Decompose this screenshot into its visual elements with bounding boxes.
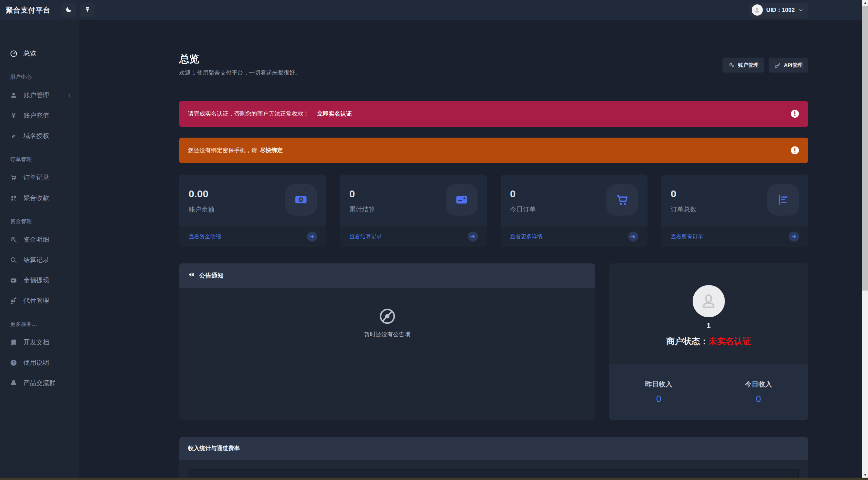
income-stats-title: 收入统计与通道费率 — [188, 444, 240, 452]
sidebar-item-account-manage[interactable]: 账户管理 — [9, 88, 72, 103]
sidebar-item-label: 聚合收款 — [23, 194, 49, 202]
today-income: 今日收入 0 — [709, 364, 808, 420]
sidebar-item-label: 总览 — [23, 49, 36, 58]
topbar-icon-group — [61, 3, 95, 17]
user-menu[interactable]: UID：1002 — [749, 3, 808, 18]
page-head: 总览 欢迎 1 使用聚合支付平台，一切看起来都很好。 账户管理 — [179, 53, 808, 77]
theme-toggle-button[interactable] — [61, 3, 76, 17]
sidebar-item-usage-help[interactable]: ? 使用说明 — [9, 355, 72, 370]
sidebar-item-label: 产品交流群 — [23, 379, 56, 387]
svg-text:1: 1 — [300, 198, 302, 202]
page-title: 总览 — [179, 53, 808, 65]
sidebar-item-label: 使用说明 — [23, 358, 49, 367]
settlement-card: 0 累计结算 查看结算记录 — [340, 175, 487, 247]
sidebar-item-overview[interactable]: 总览 — [9, 46, 72, 61]
search-dollar-icon: $ — [9, 236, 18, 243]
sidebar-item-label: 订单记录 — [23, 173, 49, 182]
sidebar-section-fund-manage: 资金管理 — [10, 218, 72, 225]
yesterday-income: 昨日收入 0 — [609, 364, 709, 420]
money-transfer-icon — [9, 297, 18, 304]
sidebar-item-label: 开发文档 — [23, 338, 49, 347]
today-orders-card: 0 今日订单 查看更多详情 — [501, 175, 648, 247]
announcement-panel: 公告通知 暂时还没有公告哦 — [179, 263, 595, 420]
card-top: 0 订单总数 — [661, 175, 808, 226]
income-stats-header: 收入统计与通道费率 — [179, 437, 808, 460]
style-switch-button[interactable] — [80, 3, 95, 17]
realname-now-link[interactable]: 立即实名认证 — [317, 110, 352, 118]
sidebar-item-dev-docs[interactable]: 开发文档 — [9, 335, 72, 350]
card-top: 0 累计结算 — [340, 175, 487, 226]
exclamation-circle-icon — [790, 146, 799, 155]
announcement-body: 暂时还没有公告哦 — [179, 288, 595, 420]
stats-row: 0.00 账户余额 1 查看资金明细 0 累计结算 — [179, 175, 808, 247]
arrow-circle-right-icon — [306, 231, 318, 243]
welcome-uid: 1 — [192, 69, 195, 76]
link-label: 查看结算记录 — [349, 233, 382, 240]
bind-phone-alert: 您还没有绑定密保手机，请 尽快绑定 — [179, 138, 808, 163]
shopping-cart-icon — [9, 174, 18, 181]
exclamation-circle-icon — [790, 109, 799, 118]
main-content: 总览 欢迎 1 使用聚合支付平台，一切看起来都很好。 账户管理 — [79, 20, 862, 480]
income-stats-body — [179, 460, 808, 480]
view-all-orders-link[interactable]: 查看所有订单 — [661, 226, 808, 247]
button-label: API管理 — [784, 62, 803, 68]
avatar — [752, 4, 763, 16]
today-income-value: 0 — [756, 394, 761, 404]
income-stats-panel: 收入统计与通道费率 — [179, 437, 808, 480]
alert-text: 您还没有绑定密保手机，请 — [188, 146, 257, 154]
today-income-label: 今日收入 — [745, 380, 772, 389]
sidebar-item-account-recharge[interactable]: ¥ 账户充值 — [9, 108, 72, 123]
sidebar-item-aggregate-collect[interactable]: 聚合收款 — [9, 191, 72, 205]
speaker-icon — [188, 271, 195, 280]
bind-now-link[interactable]: 尽快绑定 — [260, 146, 283, 154]
announcement-title: 公告通知 — [199, 272, 224, 280]
view-settle-records-link[interactable]: 查看结算记录 — [340, 226, 487, 247]
realname-alert: 请完成实名认证，否则您的商户无法正常收款！ 立即实名认证 — [179, 101, 808, 127]
sidebar-item-label: 资金明细 — [23, 235, 49, 244]
merchant-avatar — [693, 285, 725, 317]
scroll-up-button[interactable] — [862, 0, 868, 6]
alert-text: 请完成实名认证，否则您的商户无法正常收款！ — [188, 110, 309, 118]
merchant-top: 1 商户状态：未实名认证 — [609, 263, 808, 364]
sidebar-item-domain-auth[interactable]: e 域名授权 — [9, 128, 72, 143]
middle-row: 公告通知 暂时还没有公告哦 1 商户状态： — [179, 263, 808, 420]
sidebar-item-fund-details[interactable]: $ 资金明细 — [9, 232, 72, 247]
sidebar-item-payout[interactable]: 代付管理 — [9, 293, 72, 308]
paint-brush-icon — [84, 6, 91, 14]
sidebar: 总览 用户中心 账户管理 ¥ 账户充值 e 域名授权 订单管理 订单记录 — [0, 20, 79, 480]
card-top: 0.00 账户余额 1 — [179, 175, 326, 226]
api-manage-button[interactable]: API管理 — [769, 58, 808, 73]
disc-slash-icon — [379, 307, 396, 326]
view-more-details-link[interactable]: 查看更多详情 — [501, 226, 648, 247]
vertical-scrollbar[interactable] — [862, 0, 868, 478]
yen-icon: ¥ — [9, 112, 18, 120]
link-label: 查看所有订单 — [671, 233, 703, 240]
bottom-edge-strip — [0, 478, 868, 480]
sidebar-item-label: 代付管理 — [23, 296, 49, 305]
announcement-empty-text: 暂时还没有公告哦 — [364, 331, 410, 338]
sidebar-section-more-services: 更多服务... — [10, 321, 72, 327]
total-orders-card: 0 订单总数 查看所有订单 — [661, 175, 808, 247]
merchant-status: 商户状态：未实名认证 — [666, 336, 751, 347]
merchant-panel: 1 商户状态：未实名认证 昨日收入 0 今日收入 0 — [609, 263, 808, 420]
scrollbar-thumb[interactable] — [862, 6, 868, 291]
button-label: 账户管理 — [738, 62, 758, 68]
head-actions: 账户管理 API管理 — [722, 58, 808, 73]
sidebar-item-withdraw[interactable]: 余额提现 — [9, 273, 72, 288]
sidebar-item-label: 结算记录 — [23, 256, 49, 264]
sidebar-item-settle-records[interactable]: 结算记录 — [9, 253, 72, 267]
view-fund-details-link[interactable]: 查看资金明细 — [179, 226, 326, 247]
scroll-down-button[interactable] — [862, 472, 868, 478]
sidebar-item-label: 余额提现 — [23, 276, 49, 285]
account-manage-button[interactable]: 账户管理 — [722, 58, 764, 73]
gauge-icon — [9, 50, 18, 58]
sidebar-item-order-records[interactable]: 订单记录 — [9, 170, 72, 185]
sidebar-item-label: 账户充值 — [23, 111, 49, 120]
credit-card-icon — [9, 277, 18, 284]
sidebar-item-product-group[interactable]: 产品交流群 — [9, 376, 72, 391]
arrow-circle-right-icon — [788, 231, 800, 243]
id-card-icon — [446, 184, 478, 216]
welcome-suffix: 使用聚合支付平台，一切看起来都很好。 — [195, 69, 301, 76]
key-icon — [774, 62, 781, 68]
link-label: 查看资金明细 — [189, 233, 221, 240]
